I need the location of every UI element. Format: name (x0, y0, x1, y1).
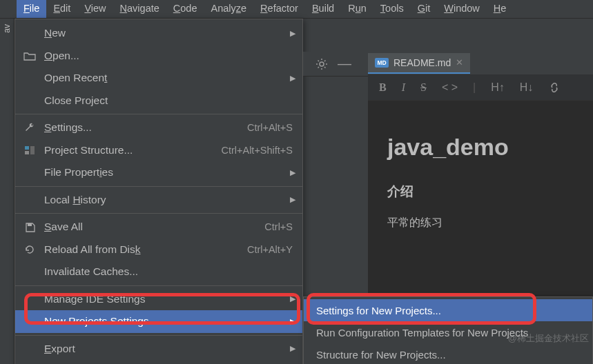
blank-icon (22, 94, 37, 107)
blank-icon (22, 343, 37, 355)
menu-separator (15, 114, 302, 114)
menu-item-reload-from-disk[interactable]: Reload All from DiskCtrl+Alt+Y (15, 239, 302, 261)
menu-item-new[interactable]: New▶ (15, 22, 302, 45)
wrench-icon (22, 121, 37, 134)
bold-button[interactable]: B (379, 81, 387, 94)
svg-rect-3 (28, 223, 32, 226)
heading-up-button[interactable]: H↑ (491, 81, 505, 94)
blank-icon (22, 315, 37, 327)
markdown-icon: MD (375, 58, 389, 68)
menu-window[interactable]: Window (437, 0, 487, 18)
chevron-right-icon: ▶ (290, 317, 295, 326)
chevron-right-icon: ▶ (290, 168, 295, 177)
submenu-item-structure-for-new-projects[interactable]: Structure for New Projects... (304, 343, 592, 364)
shortcut-label: Ctrl+Alt+Shift+S (221, 145, 293, 156)
menu-item-close-project[interactable]: Close Project (15, 90, 302, 112)
menu-tools[interactable]: Tools (373, 0, 411, 18)
main-menubar: File Edit View Navigate Code Analyze Ref… (0, 0, 593, 19)
menu-item-export[interactable]: Export▶ (15, 338, 302, 361)
menu-build[interactable]: Build (305, 0, 341, 18)
menu-navigate[interactable]: Navigate (113, 0, 166, 18)
sidebar-label: av (2, 24, 12, 33)
doc-title: java_demo (387, 134, 574, 161)
menu-separator (15, 285, 302, 286)
blank-icon (22, 265, 37, 278)
save-icon (22, 221, 37, 233)
menu-edit[interactable]: Edit (46, 0, 77, 18)
file-menu-dropdown: New▶ Open... Open Recent▶ Close Project … (14, 19, 303, 364)
tab-readme[interactable]: MD README.md ✕ (368, 53, 470, 74)
menu-separator (15, 186, 302, 187)
menu-item-open[interactable]: Open... (15, 45, 302, 68)
gear-icon[interactable] (315, 58, 328, 70)
menu-file[interactable]: File (17, 0, 46, 18)
menu-help[interactable]: He (487, 0, 514, 18)
tab-label: README.md (393, 57, 451, 68)
menu-item-save-all[interactable]: Save AllCtrl+S (15, 216, 302, 239)
menu-item-print[interactable]: Print... (15, 360, 302, 364)
shortcut-label: Ctrl+Alt+Y (247, 244, 293, 255)
blank-icon (22, 166, 37, 179)
folder-icon (22, 50, 37, 62)
tool-sidebar[interactable]: av (0, 19, 14, 364)
menu-refactor[interactable]: Refactor (253, 0, 305, 18)
reload-icon (22, 243, 37, 256)
link-icon[interactable] (548, 81, 561, 94)
blank-icon (22, 293, 37, 305)
menu-item-open-recent[interactable]: Open Recent▶ (15, 67, 302, 90)
menu-item-local-history[interactable]: Local History▶ (15, 189, 302, 212)
menu-code[interactable]: Code (166, 0, 204, 18)
menu-analyze[interactable]: Analyze (204, 0, 254, 18)
chevron-right-icon: ▶ (290, 294, 295, 303)
doc-subtitle: 介绍 (387, 183, 574, 201)
menu-separator (15, 213, 302, 214)
menu-item-file-properties[interactable]: File Properties▶ (15, 161, 302, 184)
shortcut-label: Ctrl+Alt+S (247, 122, 293, 133)
watermark-label: @稀土掘金技术社区 (508, 332, 589, 345)
menu-view[interactable]: View (77, 0, 113, 18)
shortcut-label: Ctrl+S (264, 221, 293, 232)
chevron-right-icon: ▶ (290, 29, 295, 38)
italic-button[interactable]: I (402, 81, 405, 94)
menu-separator (15, 335, 302, 336)
menu-item-project-structure[interactable]: Project Structure...Ctrl+Alt+Shift+S (15, 139, 302, 162)
submenu-item-settings-for-new-projects[interactable]: Settings for New Projects... (304, 299, 592, 321)
blank-icon (22, 72, 37, 84)
doc-body: 平常的练习 (387, 216, 574, 230)
svg-point-7 (320, 62, 324, 66)
close-icon[interactable]: ✕ (456, 57, 463, 68)
blank-icon (22, 194, 37, 206)
heading-down-button[interactable]: H↓ (520, 81, 534, 94)
strike-button[interactable]: S (420, 81, 427, 94)
editor-tabs: MD README.md ✕ (368, 52, 470, 74)
menu-item-settings[interactable]: Settings...Ctrl+Alt+S (15, 117, 302, 139)
menu-item-new-projects-settings[interactable]: New Projects Settings▶ (15, 310, 302, 333)
menu-item-invalidate-caches[interactable]: Invalidate Caches... (15, 261, 302, 283)
new-projects-settings-submenu: Settings for New Projects... Run Configu… (303, 296, 593, 364)
code-button[interactable]: < > (442, 81, 458, 94)
markdown-toolbar: B I S < > | H↑ H↓ (368, 74, 593, 101)
chevron-right-icon: ▶ (290, 195, 295, 204)
svg-rect-1 (25, 151, 29, 154)
menu-run[interactable]: Run (341, 0, 373, 18)
svg-rect-2 (30, 146, 35, 154)
chevron-right-icon: ▶ (290, 74, 295, 83)
blank-icon (22, 27, 37, 39)
menu-git[interactable]: Git (411, 0, 438, 18)
svg-rect-0 (25, 146, 29, 150)
menu-item-manage-ide-settings[interactable]: Manage IDE Settings▶ (15, 288, 302, 311)
minimize-icon[interactable]: — (338, 56, 351, 72)
project-structure-icon (22, 144, 37, 156)
chevron-right-icon: ▶ (290, 344, 295, 353)
